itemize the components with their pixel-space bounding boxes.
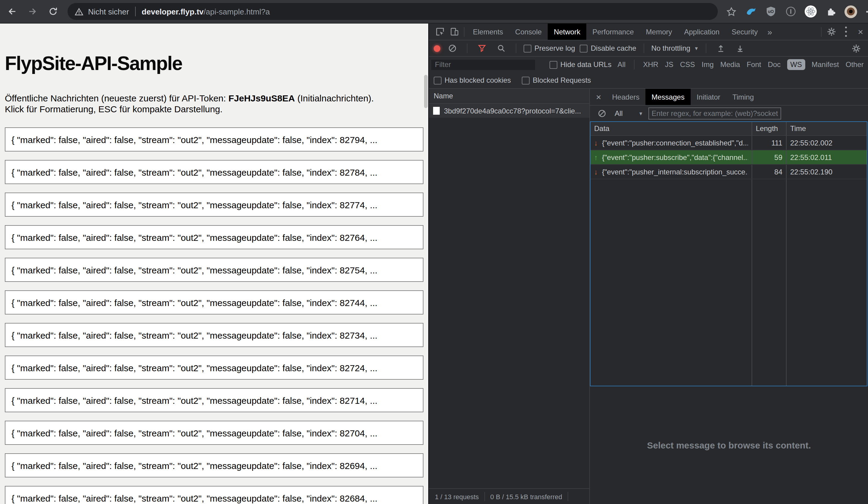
close-detail-button[interactable]: × <box>591 92 606 102</box>
preserve-log-checkbox[interactable]: Preserve log <box>524 44 575 52</box>
message-item[interactable]: { "marked": false, "aired": false, "stre… <box>5 388 423 412</box>
tab-label: Performance <box>592 28 634 36</box>
forward-button[interactable] <box>24 3 41 20</box>
message-item[interactable]: { "marked": false, "aired": false, "stre… <box>5 486 423 504</box>
devtools-tab[interactable]: Network <box>548 23 586 40</box>
message-item[interactable]: { "marked": false, "aired": false, "stre… <box>5 290 423 314</box>
disable-cache-checkbox[interactable]: Disable cache <box>580 44 637 52</box>
message-type-dropdown[interactable]: All▼ <box>614 109 643 118</box>
network-settings-button[interactable] <box>849 41 863 56</box>
filter-chip[interactable]: Doc <box>768 60 781 69</box>
message-item[interactable]: { "marked": false, "aired": false, "stre… <box>5 355 423 380</box>
message-item[interactable]: { "marked": false, "aired": false, "stre… <box>5 225 423 249</box>
time-column-header[interactable]: Time <box>786 122 867 135</box>
blocked-requests-checkbox[interactable]: Blocked Requests <box>522 76 591 84</box>
extensions-puzzle-icon[interactable] <box>825 6 837 18</box>
security-status-label: Nicht sicher <box>88 7 129 16</box>
filter-chip[interactable]: XHR <box>643 60 658 69</box>
devtools-tab[interactable]: Security <box>726 23 764 40</box>
back-button[interactable] <box>4 3 21 20</box>
has-blocked-cookies-checkbox[interactable]: Has blocked cookies <box>434 76 511 84</box>
hide-data-urls-checkbox[interactable]: Hide data URLs <box>549 60 611 69</box>
ws-message-row[interactable]: {"event":"pusher:subscribe","data":{"cha… <box>590 150 867 165</box>
hint-text: Select message to browse its content. <box>647 440 811 450</box>
checkbox-icon <box>580 44 588 52</box>
devtools-tab[interactable]: Memory <box>640 23 678 40</box>
record-button[interactable] <box>434 45 440 52</box>
message-json-text: { "marked": false, "aired": false, "stre… <box>11 493 377 503</box>
data-column-header[interactable]: Data <box>590 122 752 135</box>
message-item[interactable]: { "marked": false, "aired": false, "stre… <box>5 421 423 445</box>
toolbar-separator <box>644 43 644 53</box>
ws-message-row[interactable]: {"event":"pusher_internal:subscription_s… <box>590 165 867 179</box>
more-tabs-button[interactable]: » <box>764 27 776 37</box>
message-json-text: { "marked": false, "aired": false, "stre… <box>11 362 377 373</box>
message-item[interactable]: { "marked": false, "aired": false, "stre… <box>5 323 423 347</box>
omnibox-separator <box>135 7 136 16</box>
address-bar[interactable]: Nicht sicher developer.flyp.tv/api-sampl… <box>68 3 718 20</box>
request-row[interactable]: 3bd9f270de4a9ca0cc78?protocol=7&clie... <box>429 104 589 118</box>
filter-chip[interactable]: Media <box>720 60 740 69</box>
devtools-tab[interactable]: Application <box>678 23 725 40</box>
detail-tab[interactable]: Messages <box>645 89 690 105</box>
recorder-extension-icon[interactable] <box>785 6 797 18</box>
length-column-header[interactable]: Length <box>752 122 786 135</box>
filter-chip[interactable]: Font <box>747 60 761 69</box>
reload-button[interactable] <box>45 3 62 20</box>
message-item[interactable]: { "marked": false, "aired": false, "stre… <box>5 160 423 184</box>
dolphin-extension-icon[interactable] <box>745 6 757 18</box>
filter-chip[interactable]: All <box>617 60 626 69</box>
message-direction-arrow-icon <box>594 139 602 147</box>
devtools-close-button[interactable]: × <box>853 27 868 37</box>
ws-message-row[interactable]: {"event":"pusher:connection_established"… <box>590 136 867 150</box>
ws-table-empty-area <box>590 179 867 386</box>
react-devtools-extension-icon[interactable] <box>805 6 817 18</box>
message-item[interactable]: { "marked": false, "aired": false, "stre… <box>5 258 423 282</box>
request-detail-pane: × HeadersMessagesInitiatorTiming All▼ <box>590 89 868 504</box>
filter-chip[interactable]: JS <box>665 60 673 69</box>
page-scrollbar-thumb[interactable] <box>424 75 428 108</box>
clear-messages-button[interactable] <box>595 106 609 121</box>
message-item[interactable]: { "marked": false, "aired": false, "stre… <box>5 127 423 151</box>
detail-tab[interactable]: Headers <box>606 89 646 105</box>
request-type-filters: XHRJSCSSImgMediaFontDocWSManifestOther <box>643 59 864 70</box>
browser-menu-button[interactable] <box>865 6 868 18</box>
back-arrow-icon <box>7 7 17 16</box>
message-item[interactable]: { "marked": false, "aired": false, "stre… <box>5 453 423 477</box>
message-regex-input[interactable] <box>649 108 782 120</box>
profile-avatar[interactable] <box>845 5 857 18</box>
device-toolbar-button[interactable] <box>447 24 462 39</box>
devtools-settings-button[interactable] <box>824 24 838 39</box>
filter-chip[interactable]: CSS <box>680 60 695 69</box>
inspect-element-button[interactable] <box>433 24 447 39</box>
devtools-tab[interactable]: Elements <box>467 23 509 40</box>
api-token: FJeHJs9uS8EA <box>229 93 295 103</box>
clear-network-log-button[interactable] <box>445 41 459 56</box>
network-filter-row: Hide data URLs All XHRJSCSSImgMediaFontD… <box>429 57 868 72</box>
devtools-menu-button[interactable] <box>838 24 853 39</box>
browser-toolbar-right: uO <box>725 5 868 18</box>
filter-chip[interactable]: Manifest <box>812 60 839 69</box>
message-time: 22:55:02.190 <box>786 165 867 179</box>
detail-tab[interactable]: Initiator <box>691 89 726 105</box>
filter-chip[interactable]: WS <box>787 59 805 70</box>
tab-label: Memory <box>646 28 672 36</box>
devtools-tab[interactable]: Performance <box>586 23 640 40</box>
message-item[interactable]: { "marked": false, "aired": false, "stre… <box>5 193 423 217</box>
filter-chip[interactable]: Img <box>702 60 714 69</box>
filter-toggle-button[interactable] <box>475 41 489 56</box>
devtools-tab[interactable]: Console <box>509 23 548 40</box>
name-column-header[interactable]: Name <box>429 89 589 104</box>
filter-chip-label: CSS <box>680 60 695 69</box>
throttling-dropdown[interactable]: No throttling▼ <box>651 44 699 52</box>
filter-chip[interactable]: Other <box>846 60 864 69</box>
bookmark-button[interactable] <box>725 6 737 18</box>
tab-label: Console <box>515 28 542 36</box>
message-json-text: { "marked": false, "aired": false, "stre… <box>11 297 377 308</box>
detail-tab[interactable]: Timing <box>726 89 760 105</box>
import-har-button[interactable] <box>714 41 728 56</box>
ublock-extension-icon[interactable]: uO <box>765 6 777 18</box>
export-har-button[interactable] <box>733 41 748 56</box>
network-filter-input[interactable] <box>431 59 535 70</box>
search-button[interactable] <box>494 41 508 56</box>
